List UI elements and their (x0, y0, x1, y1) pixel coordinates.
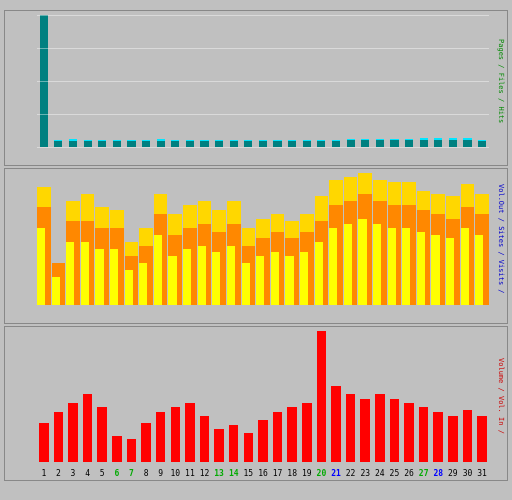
bar-group-bot-19 (315, 331, 329, 463)
bar-red-29 (463, 410, 473, 463)
bar-yellow-12 (212, 252, 220, 305)
x-label-3: 3 (66, 469, 80, 478)
bar-group-mid-8 (154, 173, 168, 305)
bar-group-bot-4 (95, 331, 109, 463)
bar-group-mid-23 (373, 173, 387, 305)
x-label-31: 31 (475, 469, 489, 478)
bar-teal-25 (405, 140, 413, 147)
bar-yellow-8 (154, 235, 162, 304)
bar-group-mid-22 (358, 173, 372, 305)
bar-yellow-9 (168, 256, 176, 305)
bar-group-mid-14 (242, 173, 256, 305)
bar-teal-28 (449, 140, 457, 147)
bar-teal-27 (434, 140, 442, 147)
bar-group-bot-6 (125, 331, 139, 463)
bar-yellow-24 (388, 228, 396, 304)
x-label-8: 8 (139, 469, 153, 478)
bar-yellow-30 (475, 235, 483, 304)
bar-group-mid-15 (256, 173, 270, 305)
bar-group-bot-20 (329, 331, 343, 463)
bar-red-24 (390, 399, 400, 462)
bar-yellow-15 (256, 256, 264, 305)
bar-group-bot-8 (154, 331, 168, 463)
x-label-28: 28 (431, 469, 445, 478)
bar-teal-23 (376, 140, 384, 147)
bar-red-13 (229, 425, 239, 462)
bar-group-mid-0 (37, 173, 51, 305)
bar-yellow-11 (198, 246, 206, 304)
chart-container: Pages / Files / Hits Vol.Out / Sites / V… (0, 0, 512, 500)
bar-group-bot-24 (388, 331, 402, 463)
bar-group-mid-16 (271, 173, 285, 305)
bar-red-11 (200, 416, 210, 462)
bar-red-9 (171, 407, 181, 462)
x-label-20: 20 (315, 469, 329, 478)
bot-panel: 1234567891011121314151617181920212223242… (4, 326, 508, 482)
bar-teal-21 (347, 140, 355, 147)
top-panel: Pages / Files / Hits (4, 10, 508, 166)
x-label-15: 15 (242, 469, 256, 478)
bar-group-bot-5 (110, 331, 124, 463)
bar-red-8 (156, 412, 166, 462)
bar-yellow-16 (271, 252, 279, 305)
bar-group-mid-12 (212, 173, 226, 305)
grid-line-top-2 (37, 81, 489, 82)
x-label-5: 5 (95, 469, 109, 478)
x-label-6: 6 (110, 469, 124, 478)
bar-red-7 (141, 423, 151, 463)
x-label-27: 27 (417, 469, 431, 478)
bar-yellow-26 (417, 232, 425, 304)
mid-side-label: Vol.Out / Sites / Visits / (497, 173, 505, 305)
bar-group-bot-2 (66, 331, 80, 463)
bar-group-bot-10 (183, 331, 197, 463)
bar-group-bot-12 (212, 331, 226, 463)
bar-yellow-7 (139, 263, 147, 305)
x-label-21: 21 (329, 469, 343, 478)
bar-group-mid-5 (110, 173, 124, 305)
bar-group-mid-2 (66, 173, 80, 305)
bar-group-bot-18 (300, 331, 314, 463)
bar-teal-24 (390, 140, 398, 147)
bar-red-15 (258, 420, 268, 462)
top-side-label: Pages / Files / Hits (497, 15, 505, 147)
bar-yellow-23 (373, 224, 381, 304)
bar-group-bot-23 (373, 331, 387, 463)
bar-yellow-1 (52, 277, 60, 305)
x-label-18: 18 (285, 469, 299, 478)
bar-group-bot-25 (402, 331, 416, 463)
bar-group-bot-7 (139, 331, 153, 463)
x-label-19: 19 (300, 469, 314, 478)
x-label-16: 16 (256, 469, 270, 478)
x-label-29: 29 (446, 469, 460, 478)
bar-red-1 (54, 412, 64, 462)
x-label-7: 7 (125, 469, 139, 478)
x-label-4: 4 (81, 469, 95, 478)
bar-red-5 (112, 436, 122, 462)
bar-group-bot-11 (198, 331, 212, 463)
bar-group-bot-0 (37, 331, 51, 463)
bar-group-bot-15 (256, 331, 270, 463)
bar-teal-26 (420, 140, 428, 147)
x-label-23: 23 (358, 469, 372, 478)
bot-bars (37, 331, 489, 463)
x-label-25: 25 (388, 469, 402, 478)
x-label-22: 22 (344, 469, 358, 478)
bar-red-19 (317, 331, 327, 463)
bar-yellow-22 (358, 219, 366, 305)
bar-group-mid-1 (52, 173, 66, 305)
bar-group-bot-26 (417, 331, 431, 463)
bar-group-mid-29 (461, 173, 475, 305)
bar-group-mid-3 (81, 173, 95, 305)
bar-red-0 (39, 423, 49, 463)
bar-red-25 (404, 403, 414, 462)
bar-red-30 (477, 416, 487, 462)
x-label-12: 12 (198, 469, 212, 478)
bar-teal-22 (361, 140, 369, 147)
bar-yellow-14 (242, 263, 250, 305)
bar-red-10 (185, 403, 195, 462)
x-label-9: 9 (154, 469, 168, 478)
grid-line-top-4 (37, 147, 489, 148)
x-label-1: 1 (37, 469, 51, 478)
bar-red-18 (302, 403, 312, 462)
x-label-24: 24 (373, 469, 387, 478)
